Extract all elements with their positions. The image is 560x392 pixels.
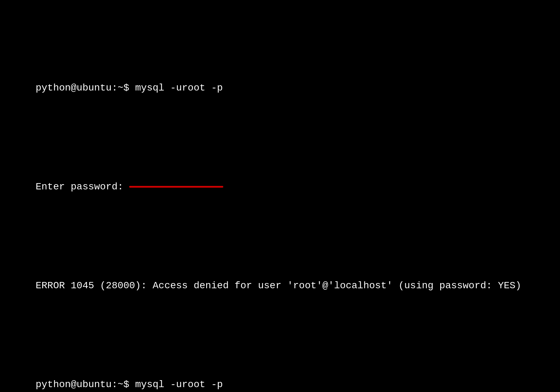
terminal-line-4: python@ubuntu:~$ mysql -uroot -p: [12, 364, 548, 392]
terminal-window: python@ubuntu:~$ mysql -uroot -p Enter p…: [12, 10, 548, 392]
password-redbar: [129, 186, 223, 188]
prompt-1: python@ubuntu:~$: [36, 83, 135, 93]
password-prompt: Enter password:: [36, 181, 129, 192]
terminal-line-1: python@ubuntu:~$ mysql -uroot -p: [12, 67, 548, 109]
prompt-4: python@ubuntu:~$: [36, 379, 135, 390]
error-text: ERROR 1045 (28000): Access denied for us…: [36, 280, 521, 291]
terminal-line-3: ERROR 1045 (28000): Access denied for us…: [12, 265, 548, 307]
command-1: mysql -uroot -p: [135, 83, 223, 93]
terminal-line-2: Enter password:: [12, 166, 548, 209]
command-4: mysql -uroot -p: [135, 379, 223, 390]
